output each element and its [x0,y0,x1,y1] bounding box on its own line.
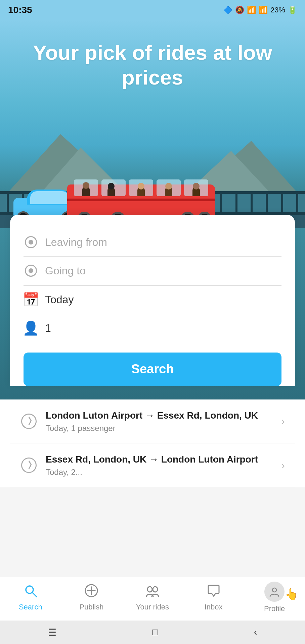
passengers-icon: 👤 [24,321,38,336]
clock-icon-2 [20,457,38,474]
recent-searches: London Luton Airport → Essex Rd, London,… [0,399,305,488]
nav-publish-label: Publish [79,603,103,611]
svg-point-0 [26,586,33,593]
battery-icon: 🔋 [288,6,297,14]
nav-profile[interactable]: Profile 👆 [244,577,305,621]
bluetooth-icon: 🔷 [223,6,232,14]
sys-nav-back[interactable]: ‹ [254,627,257,638]
leaving-from-icon [24,235,38,250]
chevron-right-2: › [281,459,285,472]
going-to-icon [24,263,38,278]
recent-route-1: London Luton Airport → Essex Rd, London,… [46,410,281,422]
cursor-indicator: 👆 [285,588,298,600]
recent-item-2[interactable]: Essex Rd, London, UK → London Luton Airp… [10,443,295,487]
nav-publish[interactable]: Publish [61,577,122,621]
going-to-field[interactable]: Going to [24,257,281,285]
recent-item-1[interactable]: London Luton Airport → Essex Rd, London,… [10,399,295,443]
nav-search-label: Search [19,603,42,611]
svg-point-7 [272,588,276,592]
profile-nav-icon [264,582,285,602]
recent-text-2: Essex Rd, London, UK → London Luton Airp… [46,453,281,477]
publish-nav-icon [84,583,99,600]
volume-icon: 🔕 [235,6,244,14]
status-icons: 🔷 🔕 📶 📶 23% 🔋 [223,6,297,14]
calendar-icon: 📅 [24,292,38,307]
recent-route-2: Essex Rd, London, UK → London Luton Airp… [46,453,281,466]
nav-inbox[interactable]: Inbox [183,577,244,621]
bottom-nav: Search Publish Your rides [0,577,305,621]
scene [0,114,305,228]
nav-your-rides-label: Your rides [136,603,169,611]
recent-detail-1: Today, 1 passenger [46,424,281,433]
nav-profile-label: Profile [264,604,285,613]
leaving-from-field[interactable]: Leaving from [24,228,281,257]
nav-inbox-label: Inbox [205,603,223,611]
status-bar: 10:35 🔷 🔕 📶 📶 23% 🔋 [0,0,305,20]
status-time: 10:35 [8,5,32,15]
sys-nav-home[interactable]: □ [152,627,158,638]
nav-search[interactable]: Search [0,577,61,621]
recent-detail-2: Today, 2... [46,468,281,477]
search-card: Leaving from Going to 📅 Today 👤 1 [10,215,295,386]
svg-point-5 [147,587,152,592]
search-nav-icon [23,583,38,600]
sys-nav-menu[interactable]: ☰ [48,627,56,638]
search-button[interactable]: Search [24,353,281,386]
date-field[interactable]: 📅 Today [24,286,281,314]
date-value: Today [45,293,74,306]
clock-icon-1 [20,413,38,430]
signal-icon: 📶 [259,6,268,14]
leaving-from-placeholder: Leaving from [45,236,107,249]
inbox-nav-icon [206,583,221,600]
hero-section: Your pick of rides at low prices [0,20,305,228]
chevron-right-1: › [281,415,285,427]
going-to-placeholder: Going to [45,265,86,277]
your-rides-nav-icon [145,583,160,600]
passengers-value: 1 [45,322,51,334]
svg-point-6 [153,587,158,592]
passengers-field[interactable]: 👤 1 [24,314,281,342]
nav-your-rides[interactable]: Your rides [122,577,183,621]
hero-title: Your pick of rides at low prices [0,20,305,90]
svg-line-1 [33,593,37,597]
recent-text-1: London Luton Airport → Essex Rd, London,… [46,410,281,433]
wifi-icon: 📶 [247,6,256,14]
battery-text: 23% [270,6,285,14]
